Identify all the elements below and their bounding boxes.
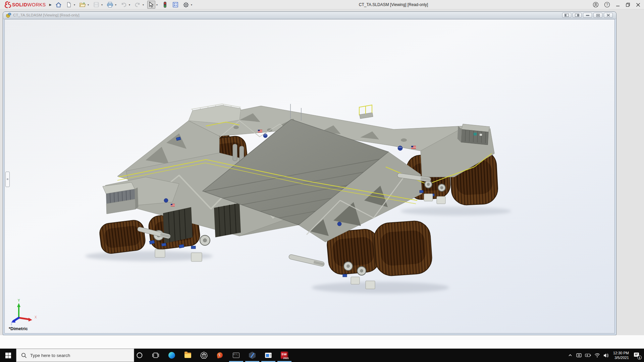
help-icon[interactable]: ? [604, 2, 610, 8]
options-dropdown-caret[interactable]: ▾ [190, 3, 193, 6]
split-pane-left-button[interactable] [562, 13, 571, 18]
document-titlebar[interactable]: CT_TA.SLDASM [Viewing] [Read-only] [3, 12, 616, 19]
task-view-icon [152, 352, 159, 358]
pane-handle-dot [7, 178, 8, 180]
ds-logo-icon [3, 0, 11, 9]
new-document-icon[interactable] [65, 1, 73, 9]
rebuild-icon[interactable] [161, 1, 169, 9]
app-titlebar: SOLIDWORKS ▶ ▾ ▾ ▾ ▾ ▾ ▾ ▾ [0, 0, 644, 9]
cab-rear-right [458, 124, 490, 145]
document-window-controls [562, 13, 613, 18]
feature-tree-collapsed-tab[interactable] [5, 172, 10, 187]
wifi-icon[interactable] [594, 353, 600, 358]
brand-text: SOLIDWORKS [12, 2, 46, 7]
windows-logo-icon [5, 353, 11, 358]
home-icon[interactable] [54, 1, 62, 9]
axis-y-label: Y [18, 299, 20, 302]
print-icon[interactable] [106, 1, 114, 9]
doc-close-button[interactable] [604, 13, 613, 18]
tray-date: 3/5/2021 [613, 355, 629, 360]
cortana-icon [136, 352, 143, 359]
3d-viewer-button[interactable] [196, 349, 212, 362]
snip-sketch-button[interactable]: ✂ [212, 349, 228, 362]
command-prompt-icon: C:\_ [233, 353, 239, 358]
crawler-transporter-model [5, 19, 615, 334]
system-tray: 12:30 PM 3/5/2021 1 [568, 349, 644, 362]
open-icon[interactable] [78, 1, 87, 9]
battery-icon[interactable] [585, 353, 591, 358]
view-orientation-label: *Dimetric [9, 326, 28, 331]
3d-viewer-icon [200, 352, 208, 359]
track-front-left-a [99, 219, 146, 254]
restore-button[interactable] [626, 2, 630, 7]
print-dropdown-caret[interactable]: ▾ [114, 3, 117, 6]
select-dropdown-caret[interactable]: ▾ [155, 3, 159, 6]
minimize-button[interactable] [615, 2, 620, 7]
document-title: CT_TA.SLDASM [Viewing] [Read-only] [13, 13, 79, 17]
redo-dropdown-caret[interactable]: ▾ [142, 3, 145, 6]
tray-chevron-icon[interactable] [568, 353, 573, 358]
search-input[interactable] [30, 353, 121, 358]
solidworks-taskbar-button[interactable]: SW 2021 [276, 349, 292, 362]
open-dropdown-caret[interactable]: ▾ [87, 3, 90, 6]
account-icon[interactable] [593, 2, 599, 8]
edge-icon [168, 352, 175, 359]
hexagon-app-icon [249, 352, 256, 359]
select-tool-icon[interactable] [147, 1, 155, 9]
speaker-icon[interactable] [603, 353, 609, 358]
solidworks-2021-icon: SW 2021 [281, 352, 288, 359]
redo-icon[interactable] [133, 1, 142, 9]
hexagon-app-button[interactable] [244, 349, 260, 362]
window-app-icon [265, 353, 272, 358]
track-front-right-b [373, 220, 433, 277]
notification-badge: 1 [637, 355, 642, 360]
close-button[interactable] [636, 2, 641, 7]
taskbar-search[interactable] [16, 349, 134, 362]
taskbar-icons: ✂ C:\_ SW 2021 [131, 349, 292, 362]
task-view-button[interactable] [148, 349, 164, 362]
undo-icon[interactable] [120, 1, 128, 9]
tray-time: 12:30 PM [613, 351, 629, 355]
save-icon[interactable] [92, 1, 100, 9]
tray-clock[interactable]: 12:30 PM 3/5/2021 [613, 351, 629, 360]
window-app-button[interactable] [260, 349, 276, 362]
options-gear-icon[interactable] [182, 1, 190, 9]
reference-triad: Y X z [10, 299, 39, 325]
axis-z-label: z [11, 322, 12, 325]
search-icon [21, 353, 27, 358]
brand-expand-arrow[interactable]: ▶ [49, 3, 52, 6]
quick-access-toolbar: ▾ ▾ ▾ ▾ ▾ ▾ ▾ ▾ [54, 0, 196, 9]
windows-taskbar: ✂ C:\_ SW 2021 [0, 349, 644, 362]
doc-minimize-button[interactable] [583, 13, 592, 18]
start-button[interactable] [0, 349, 16, 362]
snip-sketch-icon: ✂ [217, 352, 223, 359]
edge-button[interactable] [164, 349, 180, 362]
save-dropdown-caret[interactable]: ▾ [100, 3, 104, 6]
action-center-button[interactable]: 1 [633, 352, 641, 359]
new-dropdown-caret[interactable]: ▾ [73, 3, 76, 6]
doc-restore-button[interactable] [593, 13, 602, 18]
svg-text:?: ? [606, 3, 608, 7]
cab-front-left [103, 182, 138, 214]
app-background-strip [0, 335, 644, 349]
split-pane-right-button[interactable] [573, 13, 582, 18]
axis-x-label: X [35, 315, 37, 319]
file-explorer-button[interactable] [180, 349, 196, 362]
undo-dropdown-caret[interactable]: ▾ [128, 3, 131, 6]
assembly-icon [6, 13, 11, 18]
command-prompt-button[interactable]: C:\_ [228, 349, 244, 362]
cast-icon[interactable] [576, 353, 582, 358]
solidworks-logo: SOLIDWORKS ▶ [3, 1, 52, 9]
graphics-viewport[interactable]: Y X z *Dimetric [4, 19, 615, 334]
file-explorer-icon [184, 353, 191, 358]
file-properties-icon[interactable] [171, 1, 179, 9]
document-window: CT_TA.SLDASM [Viewing] [Read-only] [3, 11, 616, 335]
window-title: CT_TA.SLDASM [Viewing] [Read-only] [359, 2, 428, 7]
cortana-button[interactable] [131, 349, 148, 362]
